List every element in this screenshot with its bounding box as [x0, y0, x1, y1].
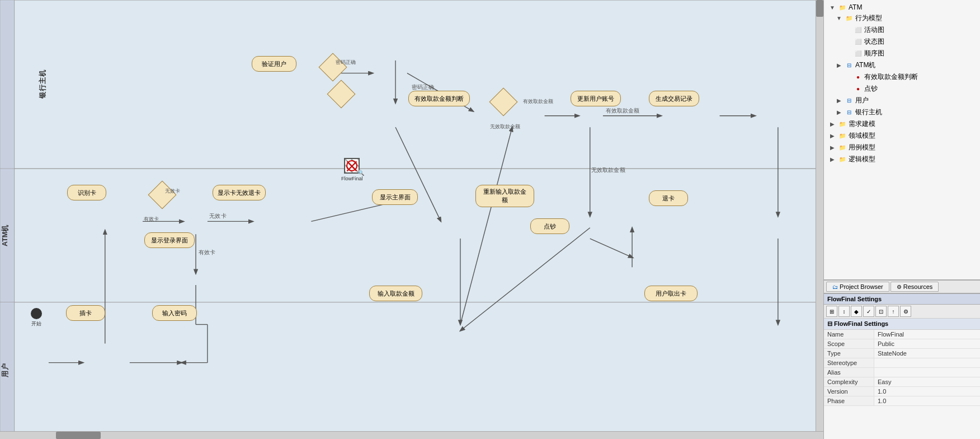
diagram-canvas[interactable]: 银行主机 ATM机 用户 无效卡 有效卡 [0, 0, 823, 439]
count-icon: ● [854, 85, 862, 93]
tree-label-activity: 活动图 [864, 25, 884, 35]
horizontal-scrollbar[interactable] [0, 431, 823, 439]
node-show-invalid-card[interactable]: 显示卡无效退卡 [213, 185, 266, 200]
node-re-enter-amount[interactable]: 重新输入取款金额 [475, 185, 534, 207]
tree-item-statechart[interactable]: ⬜ 状态图 [826, 36, 978, 48]
node-identify-card[interactable]: 识别卡 [67, 185, 106, 200]
expand-icon-sequence[interactable] [844, 50, 852, 58]
tree-item-valid-amount[interactable]: ● 有效取款金额判断 [826, 71, 978, 83]
tree-item-requirement[interactable]: ▶ 📁 需求建模 [826, 118, 978, 130]
node-diamond-card[interactable] [151, 184, 173, 206]
props-val-type[interactable]: StateNode [874, 349, 910, 358]
svg-line-32 [460, 228, 590, 331]
props-key-alias: Alias [824, 368, 874, 377]
props-val-version[interactable]: 1.0 [874, 387, 889, 396]
expand-icon-atm[interactable]: ▼ [828, 3, 836, 11]
node-verify-user[interactable]: 验证用户 [252, 56, 296, 72]
tree-item-sequence[interactable]: ⬜ 顺序图 [826, 48, 978, 59]
props-row-name: Name FlowFinal [824, 330, 980, 339]
tree-label-usecase: 用例模型 [849, 143, 875, 152]
scrollbar-thumb[interactable] [816, 0, 823, 17]
svg-text:有效取款金额: 有效取款金额 [606, 108, 640, 114]
node-enter-password[interactable]: 输入密码 [152, 305, 197, 321]
tree-item-usecase[interactable]: ▶ 📁 用例模型 [826, 142, 978, 153]
tree-label-behavior: 行为模型 [855, 13, 882, 23]
tree-item-logic[interactable]: ▶ 📁 逻辑模型 [826, 153, 978, 165]
props-val-name[interactable]: FlowFinal [874, 330, 907, 339]
node-update-account[interactable]: 更新用户账号 [571, 91, 621, 106]
svg-rect-3 [14, 0, 823, 439]
props-toolbar: ⊞ ↕ ◆ ✓ ⊡ ↑ ⚙ [824, 305, 980, 319]
expand-icon-state[interactable] [844, 38, 852, 46]
tree-item-user[interactable]: ▶ ⊟ 用户 [826, 95, 978, 106]
node-diamond-2[interactable] [330, 83, 352, 105]
props-val-phase[interactable]: 1.0 [874, 396, 889, 405]
node-enter-amount[interactable]: 输入取款金额 [369, 286, 422, 301]
tree-item-bank[interactable]: ▶ ⊟ 银行主机 [826, 106, 978, 118]
diagram-svg: 银行主机 ATM机 用户 无效卡 有效卡 [0, 0, 823, 439]
node-count-cash[interactable]: 点钞 [530, 218, 569, 234]
node-eject-card[interactable]: 退卡 [649, 190, 688, 206]
tree-item-atm-machine[interactable]: ▶ ⊟ ATM机 [826, 59, 978, 71]
h-scrollbar-thumb[interactable] [56, 432, 101, 439]
tree-item-domain[interactable]: ▶ 📁 领域模型 [826, 130, 978, 142]
node-flow-final[interactable]: 🔍 FlowFinal [341, 157, 363, 181]
bank-icon: ⊟ [845, 109, 853, 116]
node-gen-transaction[interactable]: 生成交易记录 [649, 91, 699, 106]
props-row-version: Version 1.0 [824, 387, 980, 396]
tree-item-count-cash[interactable]: ● 点钞 [826, 83, 978, 95]
svg-rect-6 [0, 302, 14, 439]
tree-label-state: 状态图 [864, 37, 884, 46]
tree-panel[interactable]: ▼ 📁 ATM ▼ 📁 行为模型 ⬜ 活动图 ⬜ 状态图 ⬜ 顺序图 ▶ ⊟ A [824, 0, 980, 280]
tree-item-behavior[interactable]: ▼ 📁 行为模型 [826, 12, 978, 24]
tab-project-browser[interactable]: 🗂 Project Browser [826, 282, 889, 292]
expand-icon-count[interactable] [844, 85, 852, 93]
properties-panel: FlowFinal Settings ⊞ ↕ ◆ ✓ ⊡ ↑ ⚙ ⊟ FlowF… [824, 293, 980, 439]
node-diamond-valid[interactable] [492, 91, 515, 113]
props-key-scope: Scope [824, 339, 874, 348]
activity-icon: ⬜ [854, 26, 862, 34]
props-btn-up[interactable]: ↑ [888, 306, 899, 317]
props-btn-diamond[interactable]: ◆ [851, 306, 862, 317]
node-show-login-ui[interactable]: 显示登录界面 [144, 232, 195, 248]
props-btn-check[interactable]: ✓ [863, 306, 874, 317]
props-val-complexity[interactable]: Easy [874, 377, 894, 386]
props-val-scope[interactable]: Public [874, 339, 898, 348]
svg-text:用户: 用户 [1, 363, 9, 378]
tree-item-atm[interactable]: ▼ 📁 ATM [826, 2, 978, 12]
props-key-complexity: Complexity [824, 377, 874, 386]
props-btn-grid[interactable]: ⊞ [826, 306, 837, 317]
expand-icon-valid-amount[interactable] [844, 73, 852, 81]
svg-rect-0 [0, 0, 823, 439]
expand-icon-atmmachine[interactable]: ▶ [835, 62, 843, 69]
vertical-scrollbar[interactable] [816, 0, 823, 439]
tab-resources[interactable]: ⚙ Resources [891, 282, 939, 292]
props-btn-sort[interactable]: ↕ [838, 306, 850, 317]
node-user-take-card[interactable]: 用户取出卡 [644, 286, 698, 301]
props-section-expand[interactable]: ⊟ [827, 320, 832, 327]
props-btn-copy[interactable]: ⊡ [875, 306, 887, 317]
props-btn-settings[interactable]: ⚙ [900, 306, 911, 317]
tree-item-activity[interactable]: ⬜ 活动图 [826, 24, 978, 36]
expand-icon-user[interactable]: ▶ [835, 97, 843, 105]
svg-rect-4 [0, 0, 14, 169]
expand-icon-logic[interactable]: ▶ [828, 156, 836, 164]
node-show-main-ui[interactable]: 显示主界面 [372, 189, 418, 205]
tree-label-domain: 领域模型 [849, 131, 875, 141]
folder-icon-atm: 📁 [838, 3, 846, 11]
expand-icon-bank[interactable]: ▶ [835, 109, 843, 116]
tree-label-req: 需求建模 [849, 119, 875, 129]
props-section-flowfinal: ⊟ FlowFinal Settings [824, 319, 980, 330]
svg-text:ATM机: ATM机 [1, 224, 9, 246]
node-card[interactable]: 插卡 [66, 305, 105, 321]
expand-icon-activity[interactable] [844, 26, 852, 34]
expand-icon-req[interactable]: ▶ [828, 120, 836, 128]
props-val-stereotype[interactable] [874, 358, 881, 367]
props-val-alias[interactable] [874, 368, 881, 377]
expand-icon-domain[interactable]: ▶ [828, 132, 836, 140]
props-row-stereotype: Stereotype [824, 358, 980, 368]
expand-icon-usecase[interactable]: ▶ [828, 144, 836, 152]
expand-icon-behavior[interactable]: ▼ [835, 15, 843, 22]
tree-label-valid-amount: 有效取款金额判断 [864, 72, 918, 82]
node-valid-check[interactable]: 有效取款金额判断 [408, 91, 470, 106]
